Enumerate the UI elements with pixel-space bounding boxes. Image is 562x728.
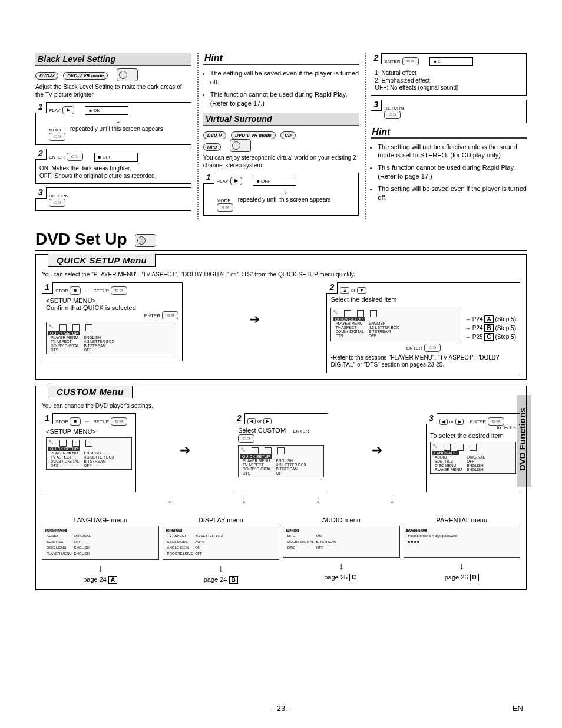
setup-button-icon[interactable]: ⊂⊃: [111, 286, 127, 295]
menu-tab-icon: [444, 444, 451, 451]
menu-tab-icon: [252, 447, 259, 454]
stop-label: STOP: [55, 288, 68, 293]
wrench-icon: 🔧: [432, 444, 438, 451]
vs-badges: DVD-V DVD-V VR mode CD MP3: [203, 129, 359, 152]
quick-menu-ui-1: 🔧 QUICK SETUP PLAYER MENUENGLISH TV ASPE…: [46, 322, 178, 354]
up-button-icon[interactable]: ▲: [340, 287, 349, 294]
submenu-language-ui: LANGUAGE AUDIOORIGINAL SUBTITLEOFF DISC …: [42, 526, 159, 560]
mode-button-icon[interactable]: ⊂⊃: [49, 133, 65, 141]
vs-title: Virtual Surround: [203, 113, 359, 126]
c-setup-label: SETUP: [93, 419, 109, 424]
hint2-2: This function cannot be used during Rapi…: [378, 163, 527, 181]
vs-play-button-icon[interactable]: ▶: [230, 177, 242, 185]
left-button-icon[interactable]: ◀: [439, 419, 448, 425]
vs-legend-1: 1: Natural effect: [375, 70, 523, 77]
bl-step2: 2 ENTER ⊂⊃ ■ OFF ON: Makes the dark area…: [35, 149, 191, 184]
quick-menu-ui-2: 🔧 QUICK SETUP PLAYER MENUENGLISH TV ASPE…: [330, 308, 461, 341]
c-setup-button-icon[interactable]: ⊂⊃: [111, 417, 127, 426]
c-enter-label-2: ENTER: [470, 419, 486, 424]
menu-tab-icon: [344, 310, 351, 317]
flow-arrow-icon: ➔: [142, 413, 228, 458]
left-button-icon[interactable]: ◀: [247, 418, 256, 424]
hint1-title: Hint: [203, 53, 359, 65]
c-menu-ui-2: 🔧 QUICK SETUP PLAYER MENUENGLISH TV ASPE…: [238, 445, 324, 477]
hint2-3: The setting will be saved even if the pl…: [378, 185, 527, 202]
quick-step2-n: 2: [326, 282, 338, 294]
quick-enter-icon-2[interactable]: ⊂⊃: [424, 344, 441, 352]
vs-step1-n: 1: [203, 173, 214, 184]
submenu-parental: PARENTAL menu PARENTAL Please enter a 4-…: [404, 516, 521, 584]
vs-mode-button-icon[interactable]: ⊂⊃: [217, 203, 233, 212]
submenu-display-ui: DISPLAY TV ASPECT4:3 LETTER BOX STILL MO…: [163, 526, 280, 560]
custom-step3: 3 ◀ or ▶ ENTER ⊂⊃ to decide To select th…: [426, 413, 520, 492]
arrow-down-icon: ↓: [163, 562, 280, 575]
hint2-list: The setting will not be effective unless…: [371, 143, 527, 202]
arrow-down-icon: ↓: [404, 560, 521, 572]
c-enter-icon-2[interactable]: ⊂⊃: [488, 417, 504, 426]
dvd-setup-title: DVD Set Up: [35, 230, 127, 248]
lang-code: EN: [513, 704, 523, 713]
menu-tab-icon: [72, 324, 80, 331]
stop-button-icon[interactable]: ■: [70, 286, 81, 295]
submenu-audio-title: AUDIO menu: [283, 516, 400, 523]
flow-arrow-icon: ➔: [189, 282, 321, 327]
vs-enter-button-icon[interactable]: ⊂⊃: [402, 57, 419, 65]
vs-mode-label: MODE: [217, 198, 231, 203]
custom-step1-n: 1: [42, 413, 53, 424]
vs-step2-n: 2: [371, 53, 382, 64]
quick-confirm: Confirm that QUICK is selected: [46, 304, 178, 311]
c-enter-icon[interactable]: ⊂⊃: [238, 434, 254, 443]
down-button-icon[interactable]: ▼: [357, 287, 366, 294]
vs-step3-n: 3: [371, 100, 382, 111]
vs-step1: 1 PLAY ▶ ■ OFF ↓ MODE ⊂⊃ repeatedly unti…: [203, 173, 359, 216]
or-label-3: or: [449, 419, 454, 424]
custom-section: CUSTOM Menu You can change the DVD playe…: [35, 386, 527, 591]
black-level-title: Black Level Setting: [35, 53, 191, 66]
quick-setup-heading: <SETUP MENU>: [46, 297, 178, 304]
badge-dvdv-vr: DVD-V VR mode: [63, 72, 108, 80]
wrench-icon: 🔧: [48, 440, 54, 447]
custom-step1: 1 STOP ■ → SETUP ⊂⊃ <SETUP MENU> 🔧 QUICK…: [42, 413, 136, 492]
menu-tab-icon: [59, 440, 67, 447]
c-menu-ui-1: 🔧 QUICK SETUP PLAYER MENUENGLISH TV ASPE…: [46, 437, 132, 470]
c-stop-button-icon[interactable]: ■: [70, 417, 81, 426]
bl-step2-n: 2: [35, 149, 47, 160]
or-label-2: or: [257, 419, 262, 424]
bl-step1: 1 PLAY ▶ ■ ON ↓ MODE ⊂⊃ repeatedly until…: [35, 102, 191, 145]
bl-step3: 3 RETURN ⊂⊃: [35, 187, 191, 211]
menu-tab-icon: [85, 440, 92, 447]
quick-step1: 1 STOP ■ → SETUP ⊂⊃ <SETUP MENU> Confirm…: [42, 282, 183, 361]
custom-step2: 2 ◀ or ▶ Select CUSTOM ENTER ⊂⊃ 🔧 QUICK …: [234, 413, 328, 492]
wrench-icon: 🔧: [48, 324, 54, 331]
submenu-display: DISPLAY menu DISPLAY TV ASPECT4:3 LETTER…: [163, 516, 280, 584]
badge-vs-mp3: MP3: [203, 143, 221, 151]
return-button-icon[interactable]: ⊂⊃: [49, 199, 65, 207]
enter-button-icon[interactable]: ⊂⊃: [67, 153, 83, 161]
c-stop-label: STOP: [55, 419, 68, 424]
quick-menu-items-1: PLAYER MENUENGLISH TV ASPECT4:3 LETTER B…: [48, 335, 117, 352]
vs-legend-3: OFF: No effects (original sound): [375, 84, 523, 92]
quick-enter-icon[interactable]: ⊂⊃: [162, 311, 178, 319]
vs-return-button-icon[interactable]: ⊂⊃: [384, 111, 401, 119]
bl-screen-on: ■ ON: [85, 106, 128, 115]
badge-vs-cd: CD: [280, 131, 296, 139]
submenu-display-title: DISPLAY menu: [163, 516, 280, 523]
c-menu-tab-2: QUICK SETUP: [240, 454, 272, 459]
badge-vs-dvdv: DVD-V: [203, 131, 226, 139]
right-button-icon[interactable]: ▶: [263, 418, 272, 424]
quick-menu-items-2: PLAYER MENUENGLISH TV ASPECT4:3 LETTER B…: [333, 321, 401, 338]
disc-icon-2: [230, 139, 251, 152]
play-button-icon[interactable]: ▶: [62, 106, 74, 114]
hint1-2: This function cannot be used during Rapi…: [210, 90, 359, 108]
c-enter-label: ENTER: [293, 429, 309, 434]
right-button-icon[interactable]: ▶: [455, 419, 464, 425]
menu-tab-icon: [370, 310, 377, 317]
arrow-down-icon-2: ↓: [217, 186, 355, 196]
vs-screen-1: ■ 1: [429, 57, 473, 66]
top-columns: Black Level Setting DVD-V DVD-V VR mode …: [35, 53, 527, 219]
bl-badges: DVD-V DVD-V VR mode: [35, 68, 191, 81]
custom-intro: You can change the DVD player's settings…: [42, 403, 520, 410]
c-select-custom: Select CUSTOM: [238, 427, 286, 434]
wrench-icon: 🔧: [240, 447, 246, 454]
menu-tab-icon: [357, 310, 364, 317]
